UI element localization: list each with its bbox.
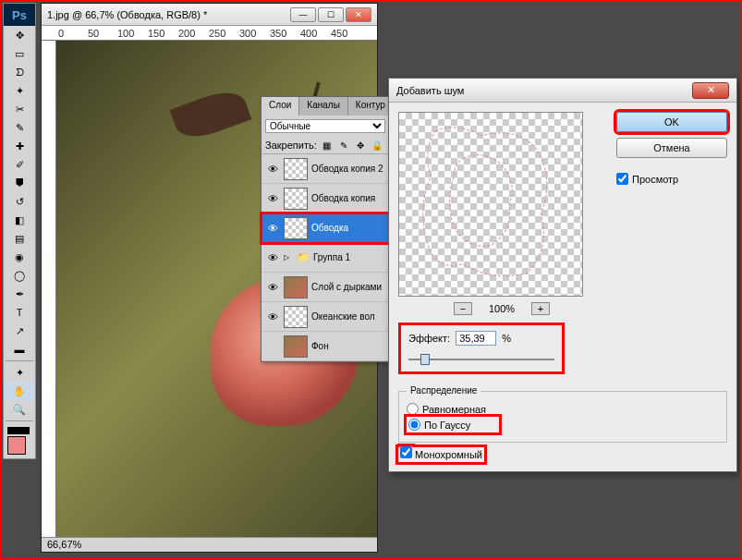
monochrome-checkbox-row[interactable]: Монохромный <box>398 447 484 462</box>
dialog-close-button[interactable]: ✕ <box>692 82 729 99</box>
zoom-in-button[interactable]: + <box>531 302 550 315</box>
hand-tool[interactable]: ✋ <box>4 382 35 400</box>
dodge-tool[interactable]: ◯ <box>4 266 35 285</box>
visibility-icon[interactable]: 👁 <box>265 193 280 204</box>
layer-thumb[interactable] <box>284 188 308 210</box>
dialog-title: Добавить шум <box>396 85 692 96</box>
tab-paths[interactable]: Контур <box>348 97 394 116</box>
radio-uniform[interactable]: Равномерная <box>407 403 719 415</box>
horizontal-ruler: 0 50 100 150 200 250 300 350 400 450 <box>42 26 377 41</box>
blur-tool[interactable]: ◉ <box>4 248 35 266</box>
cancel-button[interactable]: Отмена <box>616 138 727 158</box>
toolbox: Ps ✥ ▭ ᗤ ✦ ✂ ✎ ✚ ✐ ⛊ ↺ ◧ ▤ ◉ ◯ ✒ T ↗ ▬ ✦… <box>3 3 36 459</box>
wand-tool[interactable]: ✦ <box>4 81 35 100</box>
layer-thumb[interactable] <box>284 306 308 328</box>
lasso-tool[interactable]: ᗤ <box>4 63 35 81</box>
eyedropper-tool[interactable]: ✎ <box>4 118 35 137</box>
status-bar: 66,67% <box>42 537 377 552</box>
zoom-status: 66,67% <box>47 539 81 550</box>
crop-tool[interactable]: ✂ <box>4 100 35 118</box>
visibility-icon[interactable]: 👁 <box>265 311 280 323</box>
layer-row[interactable]: 👁 Слой с дырками <box>262 273 389 302</box>
history-tool[interactable]: ↺ <box>4 192 35 211</box>
layer-thumb[interactable] <box>284 158 308 180</box>
distribution-legend: Распределение <box>407 385 480 396</box>
layer-thumb[interactable] <box>284 335 308 358</box>
3d-tool[interactable]: ✦ <box>4 363 35 382</box>
visibility-icon[interactable]: 👁 <box>265 282 280 293</box>
zoom-value: 100% <box>489 303 515 314</box>
effect-block: Эффект: % <box>398 323 565 374</box>
marquee-tool[interactable]: ▭ <box>4 44 35 63</box>
eraser-tool[interactable]: ◧ <box>4 211 35 229</box>
effect-unit: % <box>502 333 511 344</box>
tab-layers[interactable]: Слои <box>262 97 299 116</box>
layer-thumb[interactable] <box>284 217 308 239</box>
group-arrow-icon[interactable]: ▷ <box>284 253 293 262</box>
maximize-button[interactable]: ☐ <box>318 7 344 22</box>
layers-panel[interactable]: Слои Каналы Контур Обычные Закрепить: ▦ … <box>261 96 390 362</box>
layer-row[interactable]: 👁 Обводка копия 2 <box>262 154 389 184</box>
healing-tool[interactable]: ✚ <box>4 137 35 155</box>
close-button[interactable]: ✕ <box>346 7 371 22</box>
lock-brush-icon[interactable]: ✎ <box>337 139 350 152</box>
monochrome-checkbox[interactable] <box>400 446 412 458</box>
zoom-out-button[interactable]: − <box>454 302 472 315</box>
minimize-button[interactable]: — <box>290 7 316 22</box>
layer-row[interactable]: 👁 Океанские вол <box>262 302 389 332</box>
color-swatches[interactable] <box>4 423 35 458</box>
preview-checkbox[interactable] <box>616 173 628 185</box>
effect-label: Эффект: <box>408 333 450 344</box>
effect-slider[interactable] <box>408 353 554 366</box>
add-noise-dialog: Добавить шум ✕ − 100% + Эффект: % <box>388 78 737 472</box>
gradient-tool[interactable]: ▤ <box>4 229 35 248</box>
vertical-ruler <box>42 41 56 537</box>
ok-button[interactable]: OK <box>616 112 727 132</box>
tab-channels[interactable]: Каналы <box>299 97 348 116</box>
foreground-swatch[interactable] <box>7 436 26 455</box>
visibility-icon[interactable]: 👁 <box>265 223 280 234</box>
folder-icon: 📁 <box>297 251 310 263</box>
visibility-icon[interactable]: 👁 <box>265 252 280 263</box>
document-title: 1.jpg @ 66,7% (Обводка, RGB/8) * <box>47 9 290 20</box>
lock-move-icon[interactable]: ✥ <box>354 139 367 152</box>
distribution-group: Распределение Равномерная По Гауссу <box>398 391 727 443</box>
lock-row: Закрепить: ▦ ✎ ✥ 🔒 <box>262 137 389 154</box>
lock-all-icon[interactable]: 🔒 <box>371 139 383 152</box>
document-titlebar[interactable]: 1.jpg @ 66,7% (Обводка, RGB/8) * — ☐ ✕ <box>42 4 377 26</box>
layer-row[interactable]: 👁 Обводка копия <box>262 184 389 213</box>
layer-row-selected[interactable]: 👁 Обводка <box>262 213 389 243</box>
preview-checkbox-row[interactable]: Просмотр <box>616 173 727 185</box>
layer-row[interactable]: 👁 ▷ 📁 Группа 1 <box>262 243 389 273</box>
dialog-titlebar[interactable]: Добавить шум ✕ <box>389 79 736 103</box>
pen-tool[interactable]: ✒ <box>4 285 35 303</box>
visibility-icon[interactable]: 👁 <box>265 164 280 175</box>
ps-logo: Ps <box>4 4 35 26</box>
brush-tool[interactable]: ✐ <box>4 155 35 174</box>
lock-transparency-icon[interactable]: ▦ <box>321 139 334 152</box>
radio-gaussian[interactable]: По Гауссу <box>407 417 499 432</box>
blend-mode-select[interactable]: Обычные <box>265 119 385 133</box>
type-tool[interactable]: T <box>4 303 35 322</box>
layer-row[interactable]: Фон <box>262 332 389 361</box>
path-tool[interactable]: ↗ <box>4 322 35 340</box>
layer-thumb[interactable] <box>284 276 308 298</box>
preview-area[interactable] <box>398 112 583 297</box>
move-tool[interactable]: ✥ <box>4 26 35 44</box>
zoom-tool[interactable]: 🔍 <box>4 400 35 419</box>
shape-tool[interactable]: ▬ <box>4 340 35 359</box>
effect-input[interactable] <box>456 331 496 346</box>
stamp-tool[interactable]: ⛊ <box>4 174 35 192</box>
